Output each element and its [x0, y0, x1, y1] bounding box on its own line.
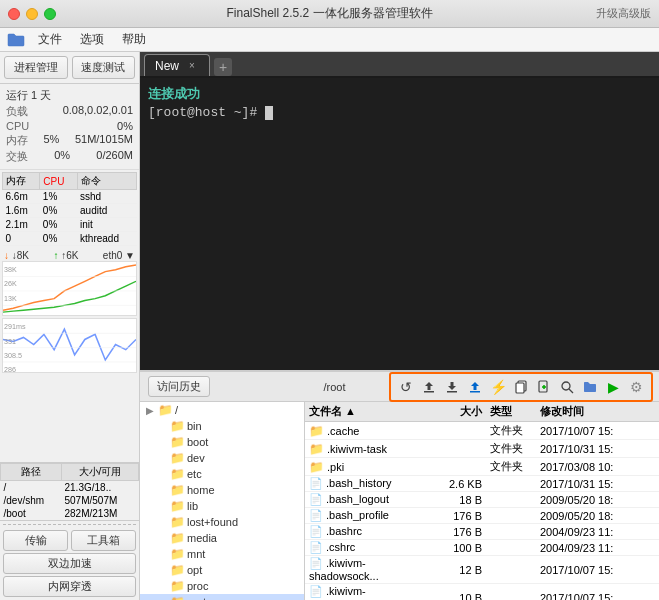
refresh-button[interactable]: ↺ [395, 376, 417, 398]
latency-chart: 291ms 331 308.5 286 [2, 318, 137, 373]
file-name: 📄.bash_history [309, 477, 435, 490]
tree-label: etc [187, 468, 202, 480]
process-table: 内存 CPU 命令 6.6m1%sshd1.6m0%auditd2.1m0%in… [2, 172, 137, 246]
open-folder-button[interactable] [579, 376, 601, 398]
visit-history-button[interactable]: 访问历史 [148, 376, 210, 397]
mem-value: 5% [44, 133, 60, 148]
running-label: 运行 1 天 [6, 88, 51, 103]
run-button[interactable]: ▶ [602, 376, 624, 398]
down-value: ↓8K [12, 250, 29, 261]
upgrade-button[interactable]: 升级高级版 [596, 6, 651, 21]
settings-button[interactable]: ⚙ [625, 376, 647, 398]
search-button[interactable] [556, 376, 578, 398]
inner-pass-button[interactable]: 内网穿透 [3, 576, 136, 597]
toolbox-button[interactable]: 工具箱 [71, 530, 136, 551]
file-row[interactable]: 📄.kiwivm-shadowsock... 10 B 2017/10/07 1… [305, 584, 659, 600]
tabs-bar: New × + [140, 52, 659, 78]
file-icon: 📄 [309, 525, 323, 537]
double-add-button[interactable]: 双边加速 [3, 553, 136, 574]
file-name: 📄.kiwivm-shadowsock... [309, 585, 435, 600]
file-row[interactable]: 📁.cache 文件夹 2017/10/07 15: [305, 422, 659, 440]
proc-mem: 6.6m [3, 190, 40, 204]
menu-options[interactable]: 选项 [72, 29, 112, 50]
action-toolbar: ↺ ⚡ [389, 372, 653, 402]
minimize-button[interactable] [26, 8, 38, 20]
new-file-button[interactable] [533, 376, 555, 398]
svg-text:308.5: 308.5 [4, 352, 22, 360]
file-name: 📄.bash_profile [309, 509, 435, 522]
menu-file[interactable]: 文件 [30, 29, 70, 50]
left-panel: 进程管理 速度测试 运行 1 天 负载 0.08,0.02,0.01 CPU 0… [0, 52, 140, 600]
close-button[interactable] [8, 8, 20, 20]
dropdown-icon[interactable]: ▼ [125, 250, 135, 261]
file-name: 📄.cshrc [309, 541, 435, 554]
file-row[interactable]: 📁.kiwivm-task 文件夹 2017/10/31 15: [305, 440, 659, 458]
folder-menu-icon[interactable] [4, 30, 28, 50]
folder-icon: 📁 [309, 442, 324, 456]
proc-mem: 0 [3, 232, 40, 246]
file-size: 176 B [435, 510, 490, 522]
header-name[interactable]: 文件名 ▲ [309, 404, 435, 419]
tree-item-root[interactable]: ▼📁root [140, 594, 304, 600]
flash-button[interactable]: ⚡ [487, 376, 509, 398]
tree-item-media[interactable]: 📁media [140, 530, 304, 546]
file-icon: 📄 [309, 541, 323, 553]
tree-item-proc[interactable]: 📁proc [140, 578, 304, 594]
file-date: 2017/03/08 10: [540, 461, 655, 473]
svg-rect-17 [516, 383, 524, 393]
tree-item-home[interactable]: 📁home [140, 482, 304, 498]
terminal-prompt-line: [root@host ~]# [148, 104, 651, 122]
upload-button[interactable] [418, 376, 440, 398]
file-row[interactable]: 📄.bashrc 176 B 2004/09/23 11: [305, 524, 659, 540]
svg-rect-14 [447, 391, 457, 393]
upload2-button[interactable] [464, 376, 486, 398]
proc-mem: 2.1m [3, 218, 40, 232]
tree-item-lib[interactable]: 📁lib [140, 498, 304, 514]
menu-help[interactable]: 帮助 [114, 29, 154, 50]
file-size: 12 B [435, 564, 490, 576]
speed-test-button[interactable]: 速度测试 [72, 56, 136, 79]
tree-label: mnt [187, 548, 205, 560]
disk-path: /boot [1, 507, 62, 520]
process-manage-button[interactable]: 进程管理 [4, 56, 68, 79]
terminal[interactable]: 连接成功 [root@host ~]# [140, 78, 659, 370]
file-row[interactable]: 📄.cshrc 100 B 2004/09/23 11: [305, 540, 659, 556]
tree-item-bin[interactable]: 📁bin [140, 418, 304, 434]
maximize-button[interactable] [44, 8, 56, 20]
file-list-header: 文件名 ▲ 大小 类型 修改时间 [305, 402, 659, 422]
tree-item-dev[interactable]: 📁dev [140, 450, 304, 466]
folder-icon: 📁 [170, 531, 185, 545]
copy-button[interactable] [510, 376, 532, 398]
file-row[interactable]: 📁.pki 文件夹 2017/03/08 10: [305, 458, 659, 476]
bottom-row1: 传输 工具箱 [3, 530, 136, 551]
tree-label: bin [187, 420, 202, 432]
disk-size: 507M/507M [61, 494, 138, 507]
new-tab-button[interactable]: + [214, 58, 232, 76]
path-right: /root [284, 381, 385, 393]
file-row[interactable]: 📄.bash_history 2.6 KB 2017/10/31 15: [305, 476, 659, 492]
transfer-button[interactable]: 传输 [3, 530, 68, 551]
tab-close-button[interactable]: × [185, 59, 199, 73]
tree-label-root: / [175, 404, 178, 416]
file-row[interactable]: 📄.bash_logout 18 B 2009/05/20 18: [305, 492, 659, 508]
folder-icon: 📁 [158, 403, 173, 417]
proc-cpu: 0% [40, 232, 77, 246]
download-button[interactable] [441, 376, 463, 398]
file-date: 2017/10/31 15: [540, 443, 655, 455]
tree-item-root[interactable]: ▶ 📁 / [140, 402, 304, 418]
tree-item-boot[interactable]: 📁boot [140, 434, 304, 450]
file-row[interactable]: 📄.kiwivm-shadowsock... 12 B 2017/10/07 1… [305, 556, 659, 584]
tree-item-lost+found[interactable]: 📁lost+found [140, 514, 304, 530]
tree-item-mnt[interactable]: 📁mnt [140, 546, 304, 562]
folder-icon: 📁 [170, 547, 185, 561]
tree-label: root [187, 596, 206, 600]
swap-detail: 0/260M [96, 149, 133, 164]
network-chart-header: ↓ ↓8K ↑ ↑6K eth0 ▼ [2, 250, 137, 261]
tab-new[interactable]: New × [144, 54, 210, 76]
disk-col-path: 路径 [1, 464, 62, 481]
tree-item-etc[interactable]: 📁etc [140, 466, 304, 482]
tree-item-opt[interactable]: 📁opt [140, 562, 304, 578]
cpu-value: 0% [117, 120, 133, 132]
file-row[interactable]: 📄.bash_profile 176 B 2009/05/20 18: [305, 508, 659, 524]
folder-icon: 📁 [309, 424, 324, 438]
